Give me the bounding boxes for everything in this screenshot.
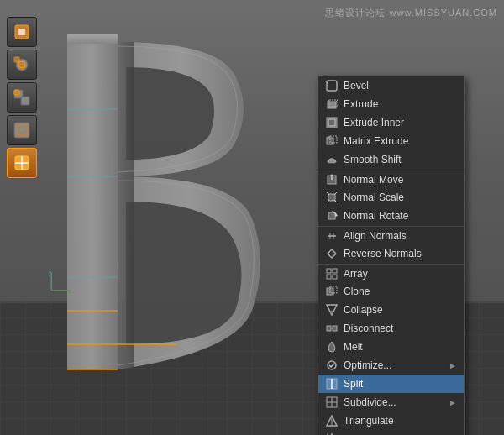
align-normals-icon (325, 229, 339, 243)
subdivide-submenu-arrow: ► (449, 398, 457, 407)
context-menu: Bevel Extrude Extrude Inner Matrix Extru… (318, 76, 465, 435)
optimize-label: Optimize... (344, 359, 391, 371)
menu-item-collapse[interactable]: Collapse (318, 301, 464, 319)
extrude-inner-icon (325, 116, 339, 129)
3d-letter-b (50, 25, 311, 386)
svg-rect-49 (328, 212, 335, 219)
svg-rect-3 (67, 42, 118, 369)
normal-move-label: Normal Move (344, 174, 403, 186)
subdivide-label: Subdivide... (344, 396, 396, 408)
menu-item-optimize[interactable]: Optimize... ► (318, 356, 464, 375)
triangulate-label: Triangulate (344, 415, 394, 427)
svg-rect-4 (118, 42, 134, 369)
left-toolbar (7, 17, 37, 178)
normal-rotate-label: Normal Rotate (344, 210, 408, 222)
reverse-normals-icon (325, 247, 339, 260)
svg-rect-22 (21, 97, 29, 105)
menu-item-extrude-inner[interactable]: Extrude Inner (318, 113, 464, 132)
menu-item-disconnect[interactable]: Disconnect (318, 319, 464, 338)
bevel-icon (325, 79, 339, 92)
svg-rect-56 (327, 275, 331, 279)
extrude-inner-label: Extrude Inner (344, 117, 404, 128)
rotate-tool-button[interactable] (7, 82, 37, 113)
svg-rect-40 (328, 160, 335, 163)
menu-item-untriangulate[interactable]: Untriangulate... (318, 430, 464, 435)
menu-item-smooth-shift[interactable]: Smooth Shift (318, 150, 464, 169)
svg-point-61 (330, 311, 333, 314)
array-icon (325, 267, 339, 280)
watermark: 思绪设计论坛 www.MISSYUAN.COM (325, 7, 497, 19)
bevel-label: Bevel (344, 80, 369, 92)
svg-point-26 (20, 128, 24, 132)
menu-item-normal-rotate[interactable]: Normal Rotate (318, 207, 464, 225)
matrix-extrude-icon (325, 134, 339, 148)
svg-rect-63 (333, 326, 337, 331)
move-tool-button[interactable] (7, 50, 37, 80)
disconnect-label: Disconnect (344, 322, 393, 334)
triangulate-icon (325, 414, 339, 427)
menu-item-bevel[interactable]: Bevel (318, 76, 464, 95)
subdivide-icon (325, 396, 339, 409)
disconnect-icon (325, 322, 339, 335)
melt-label: Melt (344, 341, 363, 353)
svg-rect-62 (327, 326, 331, 331)
split-label: Split (344, 378, 363, 390)
svg-line-34 (336, 100, 338, 102)
menu-item-reverse-normals[interactable]: Reverse Normals (318, 244, 464, 263)
menu-item-array[interactable]: Array (318, 264, 464, 282)
clone-icon (325, 285, 339, 298)
svg-rect-5 (67, 34, 118, 44)
svg-rect-17 (18, 29, 25, 35)
optimize-icon (325, 359, 339, 372)
menu-item-extrude[interactable]: Extrude (318, 95, 464, 113)
melt-icon (325, 340, 339, 354)
svg-point-19 (18, 61, 25, 68)
svg-rect-23 (14, 90, 19, 95)
svg-rect-55 (333, 269, 337, 273)
extrude-label: Extrude (344, 98, 378, 110)
smooth-shift-label: Smooth Shift (344, 154, 402, 165)
menu-item-align-normals[interactable]: Align Normals (318, 226, 464, 244)
svg-rect-54 (327, 269, 331, 273)
clone-label: Clone (344, 286, 370, 297)
menu-item-normal-scale[interactable]: Normal Scale (318, 188, 464, 207)
collapse-icon (325, 303, 339, 317)
svg-rect-20 (14, 57, 19, 62)
menu-item-normal-move[interactable]: Normal Move (318, 170, 464, 188)
smooth-shift-icon (325, 153, 339, 166)
normal-scale-icon (325, 191, 339, 204)
select-tool-button[interactable] (7, 17, 37, 47)
svg-text:x: x (68, 288, 71, 294)
menu-item-triangulate[interactable]: Triangulate (318, 411, 464, 430)
svg-text:y: y (49, 270, 52, 276)
collapse-label: Collapse (344, 304, 383, 316)
menu-item-subdivide[interactable]: Subdivide... ► (318, 393, 464, 411)
menu-item-split[interactable]: Split (318, 375, 464, 393)
menu-item-matrix-extrude[interactable]: Matrix Extrude (318, 132, 464, 150)
reverse-normals-label: Reverse Normals (344, 248, 422, 259)
matrix-extrude-label: Matrix Extrude (344, 135, 408, 147)
axis-indicator: x y (48, 269, 73, 294)
scale-tool-button[interactable] (7, 115, 37, 145)
split-icon (325, 377, 339, 390)
extrude-icon (325, 97, 339, 111)
align-normals-label: Align Normals (344, 230, 407, 242)
normal-move-icon (325, 173, 339, 186)
stretch-tool-button[interactable] (7, 148, 37, 178)
array-label: Array (344, 268, 368, 280)
normal-rotate-icon (325, 209, 339, 223)
svg-rect-44 (328, 194, 335, 201)
menu-item-melt[interactable]: Melt (318, 338, 464, 356)
optimize-submenu-arrow: ► (449, 361, 457, 370)
svg-rect-57 (333, 275, 337, 279)
normal-scale-label: Normal Scale (344, 191, 404, 203)
menu-item-clone[interactable]: Clone (318, 282, 464, 301)
